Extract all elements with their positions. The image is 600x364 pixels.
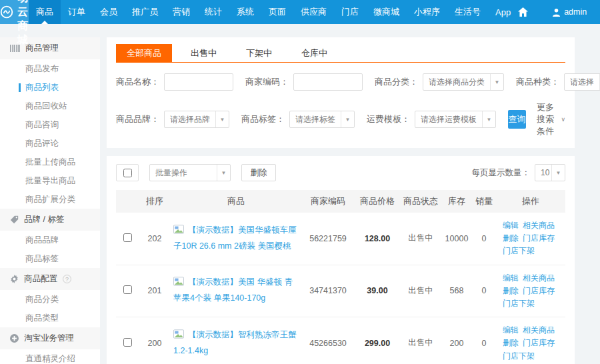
select-all-checkbox-box[interactable] bbox=[116, 164, 139, 181]
sidebar-item-product-tag[interactable]: 商品标签 bbox=[0, 249, 100, 268]
delete-link[interactable]: 删除 bbox=[503, 338, 519, 347]
sidebar-item-batch-upload[interactable]: 批量上传商品 bbox=[0, 153, 100, 171]
nav-item-suppliers[interactable]: 供应商 bbox=[293, 0, 334, 24]
batch-operation-select[interactable]: 批量操作 ▼ bbox=[149, 164, 231, 181]
header-checkbox-col bbox=[116, 190, 139, 213]
top-nav-bar: 移动云商城 商品 订单 会员 推广员 营销 统计 系统 页面 供应商 门店 微商… bbox=[0, 0, 600, 24]
taobao-circle-icon bbox=[10, 334, 19, 343]
tab-all-products[interactable]: 全部商品 bbox=[116, 44, 172, 62]
row-actions-cell: 编辑相关商品删除门店库存门店下架 bbox=[496, 213, 565, 265]
more-search-conditions-link[interactable]: 更多搜索条件 ∨ bbox=[537, 101, 565, 137]
delete-link[interactable]: 删除 bbox=[503, 233, 519, 243]
product-tag-select[interactable]: 请选择标签 ▼ bbox=[289, 111, 355, 128]
nav-item-products[interactable]: 商品 bbox=[29, 0, 61, 24]
edit-link[interactable]: 编辑 bbox=[503, 273, 519, 283]
nav-item-stores[interactable]: 门店 bbox=[334, 0, 366, 24]
nav-item-app[interactable]: App bbox=[488, 0, 518, 24]
nav-item-marketing[interactable]: 营销 bbox=[165, 0, 197, 24]
search-button[interactable]: 查询 bbox=[508, 110, 526, 129]
tab-in-warehouse[interactable]: 仓库中 bbox=[291, 44, 338, 62]
product-name-link[interactable]: 【演示数据】美国华盛顿车厘子10R 26.6 mm 2磅装 美国樱桃 bbox=[173, 225, 297, 251]
freight-template-select[interactable]: 请选择运费模板 ▼ bbox=[415, 111, 496, 128]
row-checkbox[interactable] bbox=[123, 233, 132, 242]
product-category-select[interactable]: 请选择商品分类 ▼ bbox=[423, 73, 504, 91]
nav-item-promoters[interactable]: 推广员 bbox=[125, 0, 165, 24]
edit-link[interactable]: 编辑 bbox=[503, 325, 519, 335]
nav-item-orders[interactable]: 订单 bbox=[61, 0, 93, 24]
product-name-input[interactable] bbox=[164, 73, 233, 91]
row-stock: 568 bbox=[441, 265, 472, 317]
product-species-select[interactable]: 请选择 ▼ bbox=[564, 73, 600, 91]
tab-off-shelf[interactable]: 下架中 bbox=[235, 44, 283, 62]
store-off-shelf-link[interactable]: 门店下架 bbox=[503, 246, 535, 255]
app-logo[interactable]: 移动云商城 bbox=[0, 0, 29, 24]
app-title: 移动云商城 bbox=[17, 0, 29, 47]
sidebar-item-product-list[interactable]: 商品列表 bbox=[0, 78, 100, 97]
chevron-down-icon: ▼ bbox=[341, 111, 354, 127]
row-checkbox[interactable] bbox=[123, 285, 132, 294]
delete-link[interactable]: 删除 bbox=[503, 286, 519, 295]
sidebar-item-product-inquiry[interactable]: 商品咨询 bbox=[0, 115, 100, 134]
store-stock-link[interactable]: 门店库存 bbox=[523, 233, 555, 243]
sidebar-item-product-publish[interactable]: 商品发布 bbox=[0, 59, 100, 78]
nav-item-pages[interactable]: 页面 bbox=[261, 0, 293, 24]
product-brand-select[interactable]: 请选择品牌 ▼ bbox=[164, 111, 229, 128]
select-all-checkbox[interactable] bbox=[123, 169, 132, 177]
product-name-link[interactable]: 【演示数据】智利熟冻帝王蟹1.2-1.4kg bbox=[173, 330, 297, 355]
related-products-link[interactable]: 相关商品 bbox=[523, 273, 555, 283]
edit-link[interactable]: 编辑 bbox=[503, 221, 519, 230]
sidebar-item-product-brand[interactable]: 商品品牌 bbox=[0, 231, 100, 249]
nav-item-micro-mall[interactable]: 微商城 bbox=[366, 0, 407, 24]
header-product: 商品 bbox=[171, 190, 301, 213]
chevron-down-icon: ∨ bbox=[561, 116, 565, 123]
sidebar-item-recycle-bin[interactable]: 商品回收站 bbox=[0, 97, 100, 115]
logo-icon bbox=[0, 5, 13, 19]
help-icon[interactable]: ? bbox=[63, 275, 71, 283]
store-stock-link[interactable]: 门店库存 bbox=[523, 338, 555, 347]
sidebar-item-batch-export[interactable]: 批量导出商品 bbox=[0, 171, 100, 190]
product-category-label: 商品分类： bbox=[375, 76, 418, 88]
sidebar-item-product-type[interactable]: 商品类型 bbox=[0, 309, 100, 327]
row-sales: 0 bbox=[472, 213, 496, 265]
header-stock: 库存 bbox=[441, 190, 472, 213]
store-off-shelf-link[interactable]: 门店下架 bbox=[503, 299, 535, 308]
store-stock-link[interactable]: 门店库存 bbox=[523, 286, 555, 295]
header-sort: 排序 bbox=[139, 190, 171, 213]
nav-item-members[interactable]: 会员 bbox=[93, 0, 125, 24]
related-products-link[interactable]: 相关商品 bbox=[523, 325, 555, 335]
sidebar-item-extended-category[interactable]: 商品扩展分类 bbox=[0, 190, 100, 209]
sidebar-group-brand-tag[interactable]: 品牌 / 标签 bbox=[0, 209, 100, 231]
home-icon[interactable] bbox=[518, 7, 528, 17]
merchant-code-input[interactable] bbox=[293, 73, 363, 91]
per-page-select[interactable]: 10 ▼ bbox=[535, 164, 565, 181]
header-price: 商品价格 bbox=[355, 190, 400, 213]
nav-item-life-account[interactable]: 生活号 bbox=[447, 0, 488, 24]
header-sales: 销量 bbox=[472, 190, 496, 213]
user-menu[interactable]: admin bbox=[552, 7, 587, 17]
sidebar-group-taobao-management[interactable]: 淘宝业务管理 bbox=[0, 327, 100, 349]
sidebar-group-product-config[interactable]: 商品配置 ? bbox=[0, 268, 100, 290]
row-status: 出售中 bbox=[400, 213, 441, 265]
sidebar-item-zhitong-intro[interactable]: 直通精灵介绍 bbox=[0, 349, 100, 364]
product-name-label: 商品名称： bbox=[116, 76, 159, 88]
per-page-label: 每页显示数量： bbox=[472, 167, 531, 179]
filter-panel: 全部商品 出售中 下架中 仓库中 商品名称： 商家编码： 商品分类： 请选择商品… bbox=[107, 37, 575, 148]
sidebar-item-product-category[interactable]: 商品分类 bbox=[0, 290, 100, 309]
filter-row-2: 商品品牌： 请选择品牌 ▼ 商品标签： 请选择标签 ▼ 运费模板： 请选择运费模… bbox=[116, 101, 565, 137]
sidebar-item-product-comments[interactable]: 商品评论 bbox=[0, 134, 100, 153]
store-off-shelf-link[interactable]: 门店下架 bbox=[503, 351, 535, 361]
row-checkbox[interactable] bbox=[123, 338, 132, 347]
nav-item-mini-program[interactable]: 小程序 bbox=[407, 0, 447, 24]
related-products-link[interactable]: 相关商品 bbox=[523, 221, 555, 230]
row-product-cell: 【演示数据】智利熟冻帝王蟹1.2-1.4kg bbox=[171, 317, 301, 364]
nav-item-system[interactable]: 系统 bbox=[229, 0, 261, 24]
row-price: 128.00 bbox=[355, 213, 400, 265]
sidebar-group-product-management[interactable]: 商品管理 bbox=[0, 37, 100, 59]
row-sort: 200 bbox=[139, 317, 171, 364]
select-value: 请选择商品分类 bbox=[423, 74, 490, 90]
tab-on-sale[interactable]: 出售中 bbox=[180, 44, 227, 62]
product-name-link[interactable]: 【演示数据】美国 华盛顿 青苹果4个装 单果140-170g bbox=[173, 277, 293, 303]
chevron-down-icon: ▼ bbox=[551, 165, 565, 181]
nav-item-statistics[interactable]: 统计 bbox=[197, 0, 229, 24]
delete-button[interactable]: 删除 bbox=[241, 164, 276, 181]
